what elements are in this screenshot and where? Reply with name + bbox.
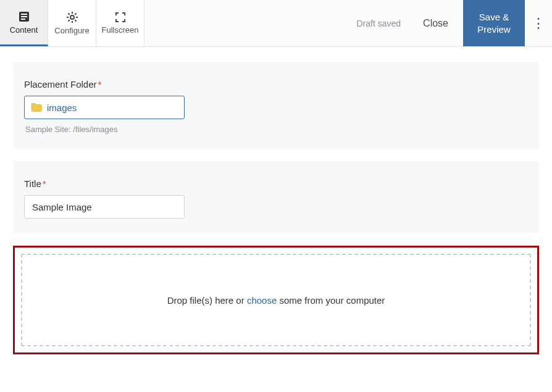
title-label: Title* (24, 178, 528, 189)
svg-point-4 (70, 15, 74, 19)
file-drop-zone[interactable]: Drop file(s) here or choose some from yo… (21, 254, 531, 346)
required-mark: * (98, 79, 102, 90)
fullscreen-icon (115, 12, 126, 23)
choose-link[interactable]: choose (247, 295, 277, 306)
tab-label: Configure (54, 26, 89, 35)
editor-toolbar: Content Configure Fullscreen Draft saved… (0, 0, 552, 47)
svg-rect-1 (21, 14, 27, 15)
tab-label: Content (10, 25, 38, 35)
svg-line-11 (68, 20, 69, 21)
placement-label: Placement Folder* (24, 79, 528, 90)
svg-line-10 (75, 20, 76, 21)
svg-line-9 (68, 14, 69, 15)
svg-rect-2 (21, 16, 27, 17)
tab-configure[interactable]: Configure (48, 0, 96, 46)
placement-folder-value: images (47, 102, 77, 113)
tab-fullscreen[interactable]: Fullscreen (96, 0, 144, 46)
kebab-icon: ⋮ (532, 15, 545, 31)
close-button[interactable]: Close (418, 15, 453, 31)
placement-panel: Placement Folder* images Sample Site: /f… (13, 62, 539, 149)
more-menu-button[interactable]: ⋮ (525, 0, 552, 46)
upload-highlight: Drop file(s) here or choose some from yo… (13, 246, 539, 354)
editor-body: Placement Folder* images Sample Site: /f… (0, 47, 552, 354)
drop-text: Drop file(s) here or choose some from yo… (167, 295, 385, 306)
title-input[interactable] (24, 195, 185, 219)
required-mark: * (43, 178, 46, 189)
svg-line-12 (75, 14, 76, 15)
placement-folder-picker[interactable]: images (24, 96, 185, 119)
tab-content[interactable]: Content (0, 0, 48, 46)
save-preview-button[interactable]: Save & Preview (463, 0, 525, 46)
placement-helper: Sample Site: /files/images (25, 125, 528, 134)
gear-icon (66, 11, 78, 23)
folder-icon (31, 103, 42, 112)
draft-status: Draft saved (357, 19, 401, 28)
content-icon (18, 10, 30, 23)
title-panel: Title* (13, 161, 539, 233)
svg-rect-3 (21, 19, 25, 20)
tab-label: Fullscreen (102, 25, 139, 35)
